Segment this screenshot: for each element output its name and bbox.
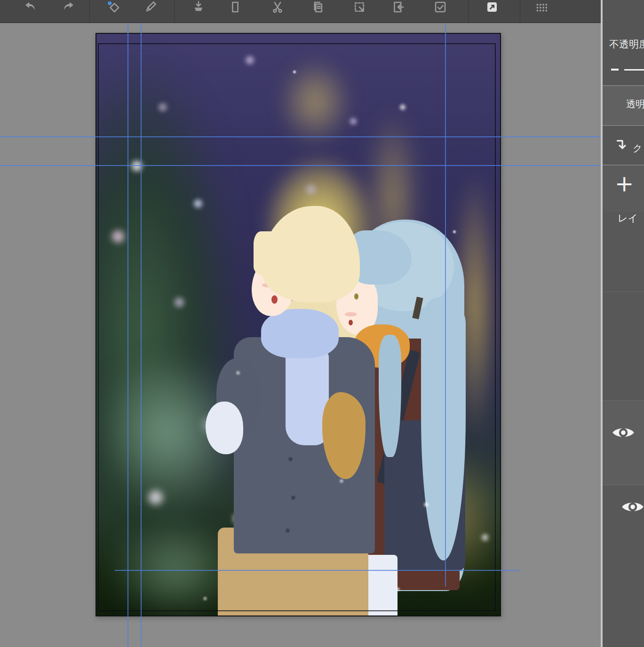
pen-icon [143,0,158,14]
transparent-button[interactable]: 透明 [626,98,644,110]
save-button[interactable] [188,0,209,18]
guide-horizontal-2[interactable] [0,165,601,166]
opacity-slider-handle[interactable] [611,69,619,71]
layer-visibility-icon[interactable] [611,423,636,442]
panel-separator-3 [603,165,644,166]
marquee-select-icon [352,0,366,14]
artwork-canvas[interactable] [95,33,501,616]
confirm-check-button[interactable] [429,0,451,18]
redo-button[interactable] [58,0,80,18]
panel-section-layerrow [603,400,644,485]
document-icon [228,0,242,14]
toolbar-separator-3 [468,0,469,23]
paste-arrow-icon [391,0,405,14]
toolbar-separator-2 [174,0,175,23]
copy-icon [310,0,325,14]
panel-separator-5 [603,400,644,401]
right-panel: 不透明度 透明 ク + レイ [603,0,644,647]
layer-label: レイ [618,212,638,225]
grid-dots-icon [534,0,548,14]
panel-separator-6 [603,485,644,485]
eraser-button[interactable] [103,0,125,18]
select-area-button[interactable] [349,0,370,18]
share-export-icon [485,0,499,14]
guide-vertical-1[interactable] [127,23,128,647]
guide-horizontal-3[interactable] [115,570,519,571]
clipping-label: ク [633,142,642,155]
toolbar [0,0,601,23]
copy-button[interactable] [307,0,328,18]
canvas-area[interactable] [0,0,601,647]
undo-button[interactable] [19,0,41,18]
app-window: 不透明度 透明 ク + レイ [0,0,644,647]
redo-icon [62,0,76,14]
cut-button[interactable] [267,0,288,18]
undo-icon [23,0,37,14]
guide-vertical-2[interactable] [141,23,142,647]
eraser-icon [107,0,121,14]
guide-vertical-3[interactable] [445,23,446,587]
panel-separator [603,85,644,86]
clipping-icon[interactable] [614,137,630,153]
opacity-slider-track[interactable] [624,69,644,71]
guide-horizontal-1[interactable] [0,136,601,137]
pen-button[interactable] [140,0,161,18]
scissors-icon [270,0,285,14]
checkbox-icon [433,0,447,14]
share-export-button[interactable] [481,0,503,18]
grid-menu-button[interactable] [530,0,552,18]
layer-visibility-icon-2[interactable] [620,497,644,516]
toolbar-separator [89,0,90,23]
artwork-inner-frame [98,43,496,611]
toolbar-separator-4 [520,0,520,23]
artwork-snow-dots [96,34,97,35]
add-layer-button[interactable]: + [615,172,634,195]
panel-separator-2 [603,125,644,126]
panel-separator-4 [603,292,644,292]
save-download-icon [191,0,206,14]
new-canvas-button[interactable] [224,0,246,18]
paste-transform-button[interactable] [387,0,409,18]
opacity-label: 不透明度 [609,38,644,51]
